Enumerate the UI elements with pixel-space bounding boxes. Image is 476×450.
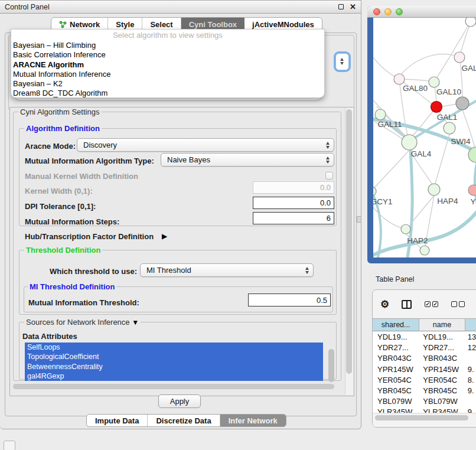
table-row[interactable]: YPR145WYPR145W9. xyxy=(373,364,476,375)
tab-impute-data[interactable]: Impute Data xyxy=(87,415,148,426)
table-cell: 9. xyxy=(465,386,476,396)
aracne-mode-select[interactable]: Discovery xyxy=(77,138,334,152)
table-row[interactable]: YBR045CYBR045C9. xyxy=(373,386,476,396)
network-node-gal[interactable] xyxy=(454,52,465,63)
attribute-item[interactable]: TopologicalCoefficient xyxy=(25,352,323,361)
deselect-all-columns-icon[interactable] xyxy=(451,301,465,307)
split-columns-icon[interactable] xyxy=(402,300,412,309)
close-icon[interactable]: ✕ xyxy=(350,3,356,11)
node-label: SWI4 xyxy=(451,137,470,146)
mi-steps-field[interactable]: 6 xyxy=(253,212,334,224)
network-node[interactable] xyxy=(431,102,442,113)
kernel-width-value: 0.0 xyxy=(320,183,331,192)
node-label: HAP2 xyxy=(407,236,428,245)
collapse-arrow-icon[interactable]: ▼ xyxy=(132,318,139,327)
float-window-icon[interactable] xyxy=(338,4,344,9)
network-node-gal1[interactable] xyxy=(444,122,455,134)
mi-threshold-field[interactable]: 0.5 xyxy=(248,294,331,306)
network-view-window: GALGAL80GAL10GAL1GAL11GAL4GCY1HAP4YHAP2S… xyxy=(367,6,476,263)
table-cell: YBR045C xyxy=(419,386,465,396)
table-row[interactable]: YDR27...YDR27...12 xyxy=(373,343,476,353)
dpi-tolerance-field[interactable]: 0.0 xyxy=(253,197,334,209)
hub-factor-label: Hub/Transcription Factor Definition xyxy=(25,232,154,241)
tab-discretize-data[interactable]: Discretize Data xyxy=(148,415,220,426)
network-node-gal80[interactable] xyxy=(394,74,405,84)
data-attributes-list[interactable]: SelfLoopsTopologicalCoefficientBetweenne… xyxy=(25,343,323,381)
network-canvas[interactable]: GALGAL80GAL10GAL1GAL11GAL4GCY1HAP4YHAP2S… xyxy=(373,18,476,257)
table-cell: YBR045C xyxy=(373,386,419,396)
network-node-gal11[interactable] xyxy=(375,109,386,120)
tab-label: Select xyxy=(150,20,172,29)
node-label: GAL1 xyxy=(437,113,458,122)
tab-label: Style xyxy=(116,20,134,29)
tab-label: Discretize Data xyxy=(156,416,211,425)
attribute-item[interactable]: BetweennessCentrality xyxy=(25,362,323,371)
table-panel-title: Table Panel xyxy=(376,275,414,283)
column-header[interactable]: shared... xyxy=(373,319,419,331)
sources-title: Sources for Network Inference xyxy=(26,318,130,327)
network-node[interactable] xyxy=(420,246,429,255)
mi-type-select[interactable]: Naive Bayes xyxy=(161,153,334,167)
node-label: GCY1 xyxy=(373,197,392,206)
tab-infer-network[interactable]: Infer Network xyxy=(220,415,286,426)
network-node-hap4[interactable] xyxy=(428,184,440,195)
expand-arrow-icon[interactable]: ▶ xyxy=(162,232,167,240)
algorithm-option[interactable]: Basic Correlation Inference xyxy=(11,50,324,60)
column-header[interactable] xyxy=(465,319,476,331)
manual-kernel-checkbox[interactable] xyxy=(325,172,333,180)
minimize-traffic-light-icon[interactable] xyxy=(384,8,392,15)
network-edge[interactable] xyxy=(435,134,449,184)
which-threshold-label: Which threshold to use: xyxy=(50,267,137,276)
network-edge[interactable] xyxy=(374,150,409,188)
network-edge[interactable] xyxy=(434,24,470,82)
apply-button[interactable]: Apply xyxy=(158,394,201,408)
panel-divider-handle[interactable] xyxy=(357,216,361,223)
mi-threshold-title: MI Threshold Definition xyxy=(28,282,116,291)
network-node-gal10[interactable] xyxy=(429,77,439,87)
network-node-y[interactable] xyxy=(468,185,476,195)
attribute-item[interactable]: SelfLoops xyxy=(25,343,323,352)
network-node[interactable] xyxy=(465,18,476,27)
focused-combobox-stepper[interactable] xyxy=(335,53,349,70)
table-cell: 13 xyxy=(465,332,476,343)
algorithm-option[interactable]: Bayesian – Hill Climbing xyxy=(11,41,324,50)
table-horizontal-scrollbar-thumb[interactable] xyxy=(375,415,468,420)
table-row[interactable]: YBL079WYBL079W xyxy=(373,396,476,407)
float-panel-icon[interactable] xyxy=(4,441,15,450)
settings-vertical-scrollbar-thumb[interactable] xyxy=(346,109,352,374)
network-edge[interactable] xyxy=(401,54,459,74)
aracne-mode-value: Discovery xyxy=(83,141,117,149)
algorithm-option[interactable]: ARACNE Algorithm xyxy=(11,60,324,70)
select-all-columns-icon[interactable]: ✓✓ xyxy=(425,301,438,307)
network-node-hap2[interactable] xyxy=(401,224,410,234)
algorithm-option[interactable]: Bayesian – K2 xyxy=(11,79,324,89)
table-row[interactable]: YER054CYER054C8. xyxy=(373,375,476,386)
which-threshold-select[interactable]: MI Threshold xyxy=(140,263,314,277)
mi-type-label: Mutual Information Algorithm Type: xyxy=(25,156,154,165)
network-node[interactable] xyxy=(456,97,469,110)
algorithm-option[interactable]: Mutual Information Inference xyxy=(11,70,324,79)
tab-label: Infer Network xyxy=(229,416,278,425)
zoom-traffic-light-icon[interactable] xyxy=(396,8,403,15)
network-node-gal4[interactable] xyxy=(402,135,417,150)
table-cell: YBL079W xyxy=(373,396,419,407)
network-node-gcy1[interactable] xyxy=(373,187,376,196)
node-label: GAL11 xyxy=(377,120,402,129)
close-traffic-light-icon[interactable] xyxy=(373,8,380,15)
algorithm-option[interactable]: Dream8 DC_TDC Algorithm xyxy=(11,89,324,98)
table-cell: YDL19... xyxy=(373,332,419,343)
table-cell: 9. xyxy=(465,364,476,375)
settings-horizontal-scrollbar-thumb[interactable] xyxy=(13,384,334,389)
attribute-item[interactable]: gal4RGexp xyxy=(25,371,323,381)
gear-icon[interactable]: ⚙ xyxy=(380,298,389,311)
table-row[interactable]: YDL19...YDL19...13 xyxy=(373,332,476,343)
table-cell: YER054C xyxy=(373,375,419,386)
node-label: HAP4 xyxy=(437,197,458,206)
table-row[interactable]: YBR043CYBR043C xyxy=(373,353,476,364)
kernel-width-field[interactable]: 0.0 xyxy=(253,181,334,194)
node-label: GAL xyxy=(461,64,476,73)
data-attributes-label: Data Attributes xyxy=(22,332,77,341)
column-header[interactable]: name xyxy=(419,319,465,331)
mi-steps-label: Mutual Information Steps: xyxy=(25,217,119,226)
attributes-scrollbar-thumb[interactable] xyxy=(328,349,334,382)
